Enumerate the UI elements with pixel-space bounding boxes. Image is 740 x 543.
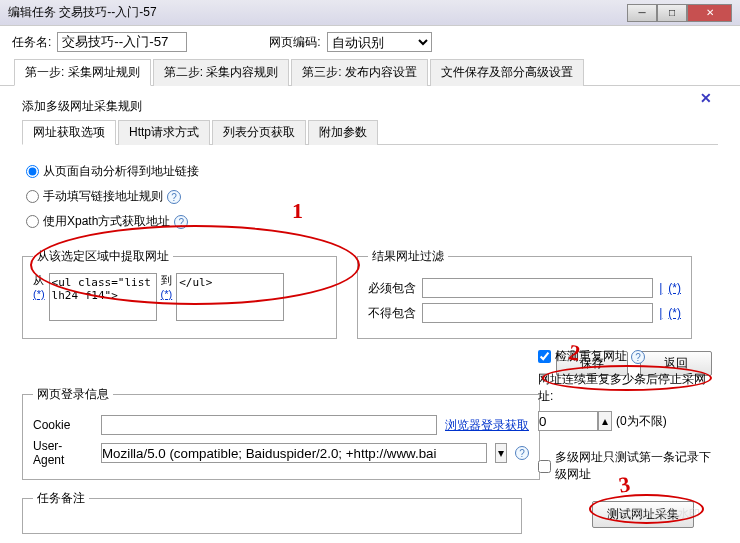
add-rule-title: 添加多级网址采集规则 xyxy=(22,98,718,115)
step-tabs: 第一步: 采集网址规则 第二步: 采集内容规则 第三步: 发布内容设置 文件保存… xyxy=(0,58,740,86)
help-icon[interactable]: ? xyxy=(515,446,529,460)
from-star-link[interactable]: (*) xyxy=(33,288,45,300)
subtab-http[interactable]: Http请求方式 xyxy=(118,120,210,145)
task-name-label: 任务名: xyxy=(12,34,51,51)
tab-step4[interactable]: 文件保存及部分高级设置 xyxy=(430,59,584,86)
ua-dropdown-icon[interactable]: ▾ xyxy=(495,443,507,463)
help-icon[interactable]: ? xyxy=(167,190,181,204)
remark-legend: 任务备注 xyxy=(33,490,89,507)
help-icon[interactable]: ? xyxy=(631,350,645,364)
maximize-button[interactable]: □ xyxy=(657,4,687,22)
must-contain-label: 必须包含 xyxy=(368,280,416,297)
test-collect-button[interactable]: 测试网址采集 xyxy=(592,501,694,528)
radio-auto-label: 从页面自动分析得到地址链接 xyxy=(43,163,199,180)
stop-hint: (0为不限) xyxy=(616,413,667,430)
multilevel-checkbox[interactable] xyxy=(538,460,551,473)
spinner-icon[interactable]: ▴ xyxy=(598,411,612,431)
url-mode-radios: 从页面自动分析得到地址链接 手动填写链接地址规则 ? 使用Xpath方式获取地址… xyxy=(22,145,718,242)
from-textarea[interactable]: <ul class="list lh24 f14"> xyxy=(49,273,157,321)
to-label: 到 xyxy=(161,273,172,288)
tab-step1[interactable]: 第一步: 采集网址规则 xyxy=(14,59,151,86)
encoding-select[interactable]: 自动识别 xyxy=(327,32,432,52)
help-icon[interactable]: ? xyxy=(174,215,188,229)
two-column: 从该选定区域中提取网址 从 (*) <ul class="list lh24 f… xyxy=(22,248,718,339)
encoding-label: 网页编码: xyxy=(269,34,320,51)
must-contain-input[interactable] xyxy=(422,278,653,298)
tab-step2[interactable]: 第二步: 采集内容规则 xyxy=(153,59,290,86)
must-pipe[interactable]: | xyxy=(659,281,662,295)
radio-manual[interactable] xyxy=(26,190,39,203)
notmust-pipe[interactable]: | xyxy=(659,306,662,320)
remark-fieldset: 任务备注 xyxy=(22,490,522,534)
cookie-input[interactable] xyxy=(101,415,437,435)
extract-region-fieldset: 从该选定区域中提取网址 从 (*) <ul class="list lh24 f… xyxy=(22,248,337,339)
radio-manual-label: 手动填写链接地址规则 xyxy=(43,188,163,205)
window-titlebar: 编辑任务 交易技巧--入门-57 ─ □ ✕ xyxy=(0,0,740,26)
must-not-input[interactable] xyxy=(422,303,653,323)
stop-count-input[interactable] xyxy=(538,411,598,431)
subtab-pagination[interactable]: 列表分页获取 xyxy=(212,120,306,145)
window-title: 编辑任务 交易技巧--入门-57 xyxy=(8,4,157,21)
right-panel: 检测重复网址 ? 网址连续重复多少条后停止采网址: ▴ (0为不限) 多级网址只… xyxy=(538,342,718,489)
from-label: 从 xyxy=(33,273,44,288)
to-star-link[interactable]: (*) xyxy=(161,288,173,300)
filter-fieldset: 结果网址过滤 必须包含 | (*) 不得包含 | (*) xyxy=(357,248,692,339)
must-star[interactable]: (*) xyxy=(668,281,681,295)
sub-tabs: 网址获取选项 Http请求方式 列表分页获取 附加参数 xyxy=(22,119,718,145)
tab-step3[interactable]: 第三步: 发布内容设置 xyxy=(291,59,428,86)
radio-xpath-label: 使用Xpath方式获取地址 xyxy=(43,213,170,230)
filter-legend: 结果网址过滤 xyxy=(368,248,448,265)
multilevel-label: 多级网址只测试第一条记录下级网址 xyxy=(555,449,718,483)
cookie-label: Cookie xyxy=(33,418,93,432)
dup-check-label: 检测重复网址 xyxy=(555,348,627,365)
notmust-star[interactable]: (*) xyxy=(668,306,681,320)
stop-label: 网址连续重复多少条后停止采网址: xyxy=(538,372,706,403)
browser-login-link[interactable]: 浏览器登录获取 xyxy=(445,417,529,434)
ua-label: User-Agent xyxy=(33,439,93,467)
subtab-extra[interactable]: 附加参数 xyxy=(308,120,378,145)
login-info-fieldset: 网页登录信息 Cookie 浏览器登录获取 User-Agent ▾ ? xyxy=(22,386,540,480)
task-header-row: 任务名: 网页编码: 自动识别 xyxy=(0,26,740,58)
must-not-label: 不得包含 xyxy=(368,305,416,322)
extract-legend: 从该选定区域中提取网址 xyxy=(33,248,173,265)
minimize-button[interactable]: ─ xyxy=(627,4,657,22)
close-icon[interactable]: ✕ xyxy=(700,90,712,106)
subtab-url-options[interactable]: 网址获取选项 xyxy=(22,120,116,145)
close-button[interactable]: ✕ xyxy=(687,4,732,22)
window-controls: ─ □ ✕ xyxy=(627,4,732,22)
radio-xpath[interactable] xyxy=(26,215,39,228)
to-textarea[interactable]: </ul> xyxy=(176,273,284,321)
radio-auto-analyze[interactable] xyxy=(26,165,39,178)
login-legend: 网页登录信息 xyxy=(33,386,113,403)
task-name-input[interactable] xyxy=(57,32,187,52)
dup-check-checkbox[interactable] xyxy=(538,350,551,363)
ua-input[interactable] xyxy=(101,443,487,463)
